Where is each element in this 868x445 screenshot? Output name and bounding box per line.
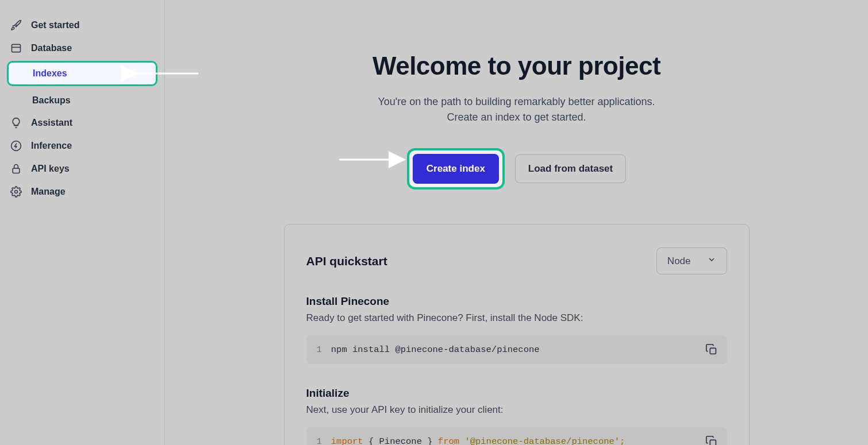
quickstart-title: API quickstart	[306, 254, 387, 268]
svg-rect-6	[710, 440, 716, 445]
init-title: Initialize	[306, 387, 727, 400]
svg-rect-3	[13, 168, 20, 173]
sidebar-label-database: Database	[31, 43, 72, 53]
load-dataset-button[interactable]: Load from dataset	[515, 154, 626, 183]
database-icon	[10, 42, 22, 54]
language-select-value: Node	[667, 256, 691, 267]
code-line-number: 1	[317, 345, 322, 355]
bolt-icon	[10, 140, 22, 152]
main-content: Welcome to your project You're on the pa…	[165, 0, 868, 445]
rocket-icon	[10, 20, 22, 31]
copy-icon[interactable]	[705, 435, 718, 445]
hero-section: Welcome to your project You're on the pa…	[287, 52, 747, 189]
sidebar-item-database[interactable]: Database	[0, 37, 164, 60]
sidebar-label-assistant: Assistant	[31, 118, 72, 128]
sidebar-item-get-started[interactable]: Get started	[0, 14, 164, 37]
sidebar-label-api-keys: API keys	[31, 164, 70, 174]
sidebar-item-inference[interactable]: Inference	[0, 134, 164, 157]
sidebar-item-manage[interactable]: Manage	[0, 180, 164, 203]
sidebar-label-inference: Inference	[31, 141, 72, 151]
sidebar-label-manage: Manage	[31, 187, 66, 197]
page-title: Welcome to your project	[287, 52, 747, 80]
sidebar: Get started Database Indexes Backups Ass…	[0, 0, 165, 445]
page-subtitle: You're on the path to building remarkabl…	[287, 94, 747, 125]
lock-icon	[10, 163, 22, 175]
code-line-number: 1	[317, 436, 322, 445]
gear-icon	[10, 186, 22, 198]
sidebar-item-api-keys[interactable]: API keys	[0, 157, 164, 180]
install-code: npm install @pinecone-database/pinecone	[331, 345, 540, 355]
svg-point-4	[15, 191, 18, 194]
bulb-icon	[10, 117, 22, 129]
sidebar-item-backups[interactable]: Backups	[0, 90, 164, 111]
install-code-block: 1 npm install @pinecone-database/pinecon…	[306, 335, 727, 364]
create-index-highlight: Create index	[407, 148, 505, 189]
sidebar-label-backups: Backups	[32, 95, 71, 106]
quickstart-header: API quickstart Node	[306, 247, 727, 274]
hero-buttons: Create index Load from dataset	[287, 148, 747, 189]
subtitle-line2: Create an index to get started.	[447, 111, 586, 123]
quickstart-panel: API quickstart Node Install Pinecone Rea…	[284, 224, 750, 445]
subtitle-line1: You're on the path to building remarkabl…	[378, 96, 655, 107]
init-sub: Next, use your API key to initialize you…	[306, 404, 727, 416]
chevron-down-icon	[707, 255, 716, 267]
sidebar-item-assistant[interactable]: Assistant	[0, 111, 164, 134]
create-index-button[interactable]: Create index	[413, 154, 499, 184]
init-code-block: 1 import { Pinecone } from '@pinecone-da…	[306, 427, 727, 445]
language-select[interactable]: Node	[656, 247, 727, 274]
init-code: import { Pinecone } from '@pinecone-data…	[331, 436, 625, 445]
svg-rect-5	[710, 348, 716, 354]
sidebar-item-indexes[interactable]: Indexes	[7, 61, 158, 86]
sidebar-label-get-started: Get started	[31, 20, 79, 30]
install-sub: Ready to get started with Pinecone? Firs…	[306, 312, 727, 324]
svg-rect-0	[12, 44, 21, 52]
install-title: Install Pinecone	[306, 295, 727, 308]
sidebar-label-indexes: Indexes	[33, 68, 67, 79]
copy-icon[interactable]	[705, 343, 718, 356]
